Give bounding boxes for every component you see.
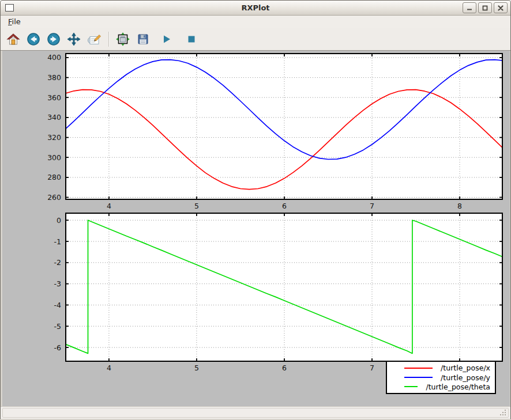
y-tick-label: 400 (47, 53, 61, 62)
save-floppy-icon (136, 32, 150, 46)
statusbar (1, 406, 510, 419)
rxplot-window: RXPlot File (0, 0, 511, 420)
legend-item: /turtle_pose/x (392, 364, 490, 372)
home-button[interactable] (5, 31, 21, 48)
y-tick-label: -4 (54, 301, 62, 309)
toolbar-separator (108, 32, 110, 47)
y-tick-label: 260 (47, 193, 61, 202)
stop-icon (186, 34, 197, 44)
legend-line-x (404, 368, 433, 369)
window-title: RXPlot (1, 3, 510, 12)
home-icon (6, 32, 20, 46)
save-button[interactable] (135, 31, 151, 48)
x-tick-label: 5 (194, 364, 199, 372)
subplots-icon (116, 32, 130, 46)
y-tick-label: -6 (54, 343, 62, 352)
forward-button[interactable] (46, 31, 62, 48)
forward-arrow-icon (47, 32, 61, 46)
legend-label: /turtle_pose/y (441, 373, 490, 382)
legend-line-y (404, 377, 433, 378)
legend: /turtle_pose/x /turtle_pose/y /turtle_po… (386, 361, 496, 394)
y-tick-label: -2 (54, 258, 61, 267)
titlebar[interactable]: RXPlot (1, 1, 510, 16)
pan-button[interactable] (66, 31, 82, 48)
play-button[interactable] (159, 31, 175, 48)
close-icon (498, 5, 504, 11)
x-tick-label: 6 (282, 364, 287, 372)
y-tick-label: -3 (54, 279, 61, 288)
legend-label: /turtle_pose/x (441, 364, 490, 372)
resize-grip-icon[interactable] (499, 409, 507, 417)
zoom-edit-icon (87, 32, 102, 46)
close-button[interactable] (494, 2, 508, 13)
plots-svg[interactable]: 45678400380360340320300280260456780-1-2-… (2, 51, 510, 406)
bottom-plot[interactable]: 456780-1-2-3-4-5-6 (54, 213, 503, 372)
y-tick-label: 300 (47, 153, 61, 162)
y-tick-label: 280 (47, 173, 61, 181)
x-tick-label: 4 (107, 202, 111, 210)
legend-label: /turtle_pose/theta (426, 383, 490, 391)
zoom-to-rect-button[interactable] (86, 31, 102, 48)
top-plot[interactable]: 45678400380360340320300280260 (47, 53, 502, 210)
window-menu-icon[interactable] (5, 4, 14, 12)
y-tick-label: 340 (47, 113, 61, 122)
play-icon (161, 34, 172, 44)
y-tick-label: -1 (54, 237, 61, 246)
y-tick-label: -5 (54, 322, 61, 331)
legend-line-theta (404, 386, 418, 387)
maximize-icon (482, 5, 488, 11)
menu-file-rest: ile (12, 17, 21, 26)
y-tick-label: 360 (47, 93, 61, 102)
back-button[interactable] (25, 31, 42, 48)
x-tick-label: 4 (107, 364, 111, 372)
x-tick-label: 8 (457, 202, 462, 210)
toolbar (1, 28, 510, 50)
back-arrow-icon (27, 32, 40, 46)
x-tick-label: 5 (194, 202, 199, 210)
minimize-icon (467, 5, 472, 11)
x-tick-label: 6 (282, 202, 287, 210)
x-tick-label: 7 (370, 364, 374, 372)
figure-canvas[interactable]: 45678400380360340320300280260456780-1-2-… (2, 51, 510, 406)
pan-move-icon (67, 32, 81, 46)
y-tick-label: 380 (47, 73, 61, 82)
menubar: File (1, 16, 510, 28)
legend-item: /turtle_pose/y (392, 373, 490, 382)
y-tick-label: 320 (47, 133, 61, 142)
minimize-button[interactable] (463, 2, 476, 13)
figure-frame: 45678400380360340320300280260456780-1-2-… (1, 50, 510, 406)
stop-button[interactable] (183, 31, 200, 48)
x-tick-label: 7 (370, 202, 374, 210)
maximize-button[interactable] (478, 2, 492, 13)
statusbar-field (2, 408, 509, 418)
menu-file[interactable]: File (4, 16, 25, 27)
y-tick-label: 0 (57, 216, 61, 225)
configure-subplots-button[interactable] (115, 31, 131, 48)
legend-item: /turtle_pose/theta (392, 383, 490, 391)
